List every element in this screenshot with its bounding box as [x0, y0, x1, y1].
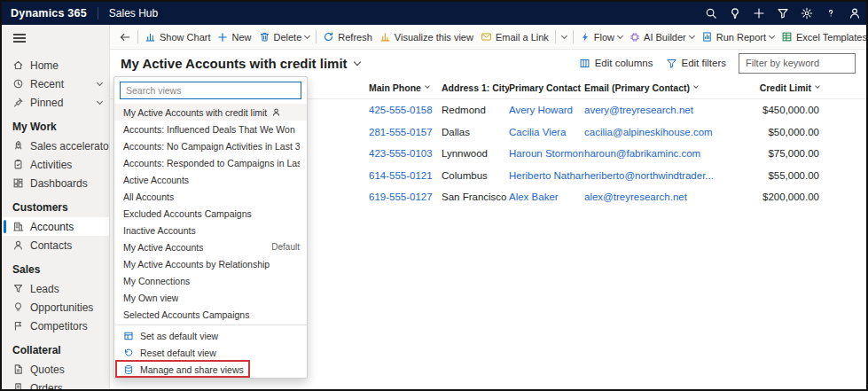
phone-link[interactable]: 281-555-0157	[369, 127, 442, 137]
phone-link[interactable]: 614-555-0121	[369, 170, 442, 181]
column-header-city[interactable]: Address 1: City	[442, 82, 509, 93]
plus-icon	[217, 32, 228, 43]
view-option[interactable]: Inactive Accounts	[114, 222, 307, 239]
city-cell: Columbus	[442, 170, 509, 181]
view-option[interactable]: Accounts: Influenced Deals That We Won	[114, 121, 307, 137]
delete-button[interactable]: Delete	[255, 25, 314, 49]
new-button[interactable]: New	[214, 25, 254, 49]
reset-default-view-action[interactable]: Reset default view	[114, 344, 307, 361]
chevron-down-icon	[353, 58, 360, 65]
view-option[interactable]: Selected Accounts Campaigns	[114, 306, 307, 322]
hamburger-menu-icon[interactable]	[2, 25, 109, 51]
orders-icon	[12, 382, 24, 389]
search-views-input[interactable]	[120, 82, 301, 99]
help-icon[interactable]	[818, 2, 842, 25]
excel-icon	[781, 31, 793, 43]
sidebar-item-activities[interactable]: Activities	[2, 155, 109, 174]
column-header-main-phone[interactable]: Main Phone	[369, 82, 442, 93]
show-chart-button[interactable]: Show Chart	[141, 25, 214, 49]
sidebar-item-orders[interactable]: Orders	[2, 379, 109, 389]
filter-icon[interactable]	[770, 2, 794, 25]
edit-filters-button[interactable]: Edit filters	[666, 58, 727, 69]
person-icon[interactable]	[842, 2, 866, 25]
sidebar-item-opportunities[interactable]: Opportunities	[2, 298, 109, 317]
refresh-button[interactable]: Refresh	[319, 25, 376, 49]
credit-limit-cell: $200,000.00	[754, 192, 823, 202]
sidebar-item-accounts[interactable]: Accounts	[2, 217, 109, 236]
divider	[137, 30, 138, 43]
view-option[interactable]: My Own view	[114, 289, 307, 306]
phone-link[interactable]: 423-555-0103	[369, 148, 442, 159]
view-option[interactable]: Excluded Accounts Campaigns	[114, 205, 307, 222]
credit-limit-cell: $50,000.00	[754, 127, 823, 137]
email-link[interactable]: cacilia@alpineskihouse.com	[584, 127, 754, 137]
app-logo[interactable]: Dynamics 365	[2, 7, 98, 20]
ai-chip-icon	[629, 32, 640, 43]
back-button[interactable]	[115, 25, 135, 49]
view-option[interactable]: All Accounts	[114, 188, 307, 205]
contact-link[interactable]: Cacilia Viera	[509, 127, 584, 137]
contact-link[interactable]: Haroun Stormonth	[509, 148, 584, 159]
lightbulb-icon[interactable]	[723, 2, 747, 25]
chevron-down-icon	[815, 83, 820, 89]
undo-icon	[123, 348, 134, 358]
sidebar-item-pinned[interactable]: Pinned	[2, 93, 109, 112]
visualize-view-button[interactable]: Visualize this view	[376, 25, 477, 49]
view-option[interactable]: Accounts: Responded to Campaigns in Last…	[114, 154, 307, 171]
email-link[interactable]: alex@treyresearch.net	[584, 192, 754, 202]
app-area-name[interactable]: Sales Hub	[98, 7, 168, 20]
chevron-down-icon[interactable]	[97, 79, 103, 85]
back-arrow-icon	[119, 31, 131, 43]
phone-link[interactable]: 425-555-0158	[369, 105, 442, 115]
search-icon[interactable]	[699, 2, 723, 25]
sidebar-item-recent[interactable]: Recent	[2, 74, 109, 93]
view-option[interactable]: Active Accounts	[114, 171, 307, 188]
chevron-down-icon	[769, 32, 775, 38]
view-option-current[interactable]: My Active Accounts with credit limit	[114, 104, 307, 121]
excel-templates-button[interactable]: Excel Templates	[778, 25, 866, 49]
column-header-credit-limit[interactable]: Credit Limit	[754, 82, 823, 93]
manage-share-views-action[interactable]: Manage and share views	[114, 361, 307, 378]
refresh-icon	[323, 31, 334, 43]
sidebar-item-sales-accelerator[interactable]: Sales accelerator	[2, 137, 109, 155]
flow-button[interactable]: Flow	[576, 25, 626, 49]
sidebar-item-quotes[interactable]: Quotes	[2, 360, 109, 379]
sidebar-item-leads[interactable]: Leads	[2, 279, 109, 298]
view-option-default[interactable]: My Active Accounts Default	[114, 239, 307, 255]
contact-link[interactable]: Alex Baker	[509, 192, 584, 202]
gear-icon[interactable]	[794, 2, 818, 25]
topbar-actions	[699, 2, 866, 25]
view-option[interactable]: My Connections	[114, 272, 307, 289]
email-link[interactable]: avery@treyresearch.net	[584, 105, 754, 115]
contact-link[interactable]: Heriberto Nathan	[509, 170, 584, 181]
chevron-down-icon[interactable]	[97, 98, 103, 104]
view-option[interactable]: Accounts: No Campaign Activities in Last…	[114, 137, 307, 154]
city-cell: Dallas	[442, 127, 509, 137]
chart-icon	[145, 31, 156, 43]
contact-link[interactable]: Avery Howard	[509, 105, 584, 115]
sidebar-item-contacts[interactable]: Contacts	[2, 236, 109, 254]
chevron-down-icon	[425, 83, 430, 89]
email-link-button[interactable]: Email a Link	[477, 25, 570, 49]
leads-icon	[12, 283, 24, 294]
plus-icon[interactable]	[747, 2, 770, 25]
app-window: Dynamics 365 Sales Hub Home Rec	[0, 0, 868, 391]
column-header-email[interactable]: Email (Primary Contact)	[584, 82, 754, 93]
ai-builder-button[interactable]: AI Builder	[626, 25, 698, 49]
edit-columns-button[interactable]: Edit columns	[579, 58, 653, 69]
sidebar-item-label: Orders	[30, 382, 63, 390]
set-default-view-action[interactable]: Set as default view	[114, 327, 307, 344]
run-report-button[interactable]: Run Report	[698, 25, 778, 49]
sidebar-item-dashboards[interactable]: Dashboards	[2, 174, 109, 192]
sidebar-item-home[interactable]: Home	[2, 56, 109, 74]
phone-link[interactable]: 619-555-0127	[369, 192, 442, 202]
email-link[interactable]: haroun@fabrikaminc.com	[584, 148, 754, 159]
email-link[interactable]: heriberto@northwindtrader...	[584, 170, 754, 181]
column-header-primary-contact[interactable]: Primary Contact	[509, 82, 584, 93]
sidebar-item-competitors[interactable]: Competitors	[2, 317, 109, 335]
view-tools: Edit columns Edit filters	[579, 53, 856, 74]
view-selector-button[interactable]: My Active Accounts with credit limit	[121, 56, 360, 71]
filter-keyword-input[interactable]	[739, 53, 856, 74]
sidebar-item-label: Opportunities	[30, 301, 93, 314]
view-option[interactable]: My Active Accounts by Relationship	[114, 255, 307, 272]
